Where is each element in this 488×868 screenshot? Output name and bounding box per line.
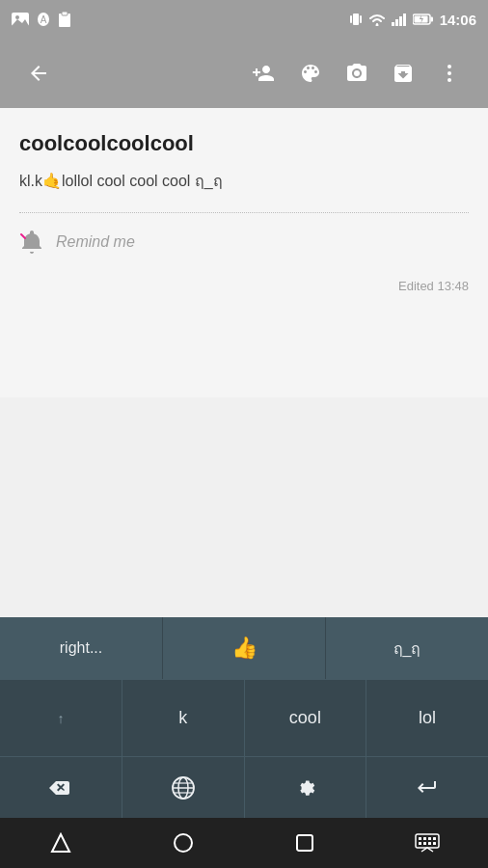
signal-icon bbox=[392, 13, 407, 26]
toolbar bbox=[0, 39, 488, 108]
svg-rect-40 bbox=[433, 842, 436, 845]
remind-row[interactable]: Remind me bbox=[19, 229, 469, 256]
divider bbox=[19, 212, 469, 213]
note-title: coolcoolcoolcool bbox=[19, 131, 469, 156]
time-display: 14:06 bbox=[440, 12, 476, 28]
clipboard-icon bbox=[58, 12, 71, 27]
status-icons-right: 14:06 bbox=[349, 12, 476, 28]
svg-point-21 bbox=[447, 71, 451, 75]
svg-rect-35 bbox=[428, 837, 431, 840]
svg-text:A: A bbox=[41, 14, 47, 25]
battery-icon bbox=[413, 14, 434, 25]
svg-rect-31 bbox=[297, 835, 312, 851]
bell-icon bbox=[19, 229, 44, 256]
svg-rect-12 bbox=[395, 19, 398, 26]
svg-point-1 bbox=[15, 15, 19, 19]
svg-rect-36 bbox=[433, 837, 436, 840]
action-row bbox=[0, 756, 488, 818]
key-shift[interactable]: ↑ bbox=[0, 679, 122, 756]
delete-key[interactable] bbox=[0, 756, 122, 818]
svg-rect-7 bbox=[353, 14, 359, 25]
remind-icon bbox=[19, 229, 44, 256]
back-button[interactable] bbox=[15, 50, 62, 96]
svg-rect-16 bbox=[430, 17, 433, 22]
svg-rect-39 bbox=[428, 842, 431, 845]
more-button[interactable] bbox=[426, 50, 473, 96]
keys-row: ↑ k cool lol bbox=[0, 679, 488, 756]
nav-keyboard-button[interactable] bbox=[398, 818, 456, 868]
remind-placeholder: Remind me bbox=[56, 233, 135, 251]
nav-keyboard-icon bbox=[415, 833, 440, 853]
gear-icon bbox=[292, 775, 317, 800]
svg-rect-32 bbox=[416, 834, 439, 848]
key-lol[interactable]: lol bbox=[366, 679, 488, 756]
status-bar: A bbox=[0, 0, 488, 39]
svg-line-23 bbox=[21, 234, 25, 238]
svg-rect-11 bbox=[392, 22, 394, 26]
backspace-icon bbox=[47, 777, 74, 799]
svg-rect-33 bbox=[419, 837, 421, 840]
image-icon bbox=[12, 13, 29, 26]
svg-rect-6 bbox=[62, 12, 68, 15]
nav-recents-icon bbox=[295, 833, 314, 853]
enter-key[interactable] bbox=[366, 756, 488, 818]
svg-rect-14 bbox=[403, 14, 406, 26]
globe-key[interactable] bbox=[122, 756, 245, 818]
add-person-button[interactable] bbox=[241, 50, 287, 96]
wifi-icon bbox=[368, 13, 386, 26]
key-cool[interactable]: cool bbox=[245, 679, 367, 756]
status-icons-left: A bbox=[12, 12, 71, 27]
edited-text: Edited 13:48 bbox=[19, 271, 469, 301]
svg-rect-38 bbox=[423, 842, 426, 845]
key-k[interactable]: k bbox=[122, 679, 245, 756]
svg-rect-37 bbox=[419, 842, 421, 845]
nav-home-button[interactable] bbox=[154, 818, 212, 868]
svg-rect-9 bbox=[360, 15, 362, 23]
camera-button[interactable] bbox=[334, 50, 380, 96]
thumbs-up-emoji: 👍 bbox=[231, 636, 258, 661]
suggestion-emoji[interactable]: 👍 bbox=[163, 617, 326, 679]
suggestion-right[interactable]: right... bbox=[0, 617, 163, 679]
android-icon: A bbox=[37, 12, 50, 27]
svg-rect-8 bbox=[350, 15, 352, 23]
keyboard-area: right... 👍 ฤ_ฤ ↑ k cool lol bbox=[0, 617, 488, 818]
svg-rect-13 bbox=[399, 16, 402, 26]
settings-key[interactable] bbox=[245, 756, 367, 818]
archive-button[interactable] bbox=[380, 50, 426, 96]
svg-marker-29 bbox=[52, 834, 69, 852]
nav-recents-button[interactable] bbox=[276, 818, 334, 868]
nav-back-button[interactable] bbox=[32, 818, 90, 868]
svg-point-10 bbox=[375, 24, 378, 27]
suggestions-row: right... 👍 ฤ_ฤ bbox=[0, 617, 488, 679]
vibrate-icon bbox=[349, 12, 363, 27]
svg-point-19 bbox=[354, 70, 360, 76]
nav-back-icon bbox=[50, 832, 71, 854]
svg-point-20 bbox=[447, 65, 451, 68]
svg-rect-34 bbox=[423, 837, 426, 840]
enter-icon bbox=[415, 777, 440, 799]
palette-button[interactable] bbox=[287, 50, 334, 96]
suggestion-emoticon[interactable]: ฤ_ฤ bbox=[326, 617, 488, 679]
nav-home-icon bbox=[173, 832, 194, 854]
note-body: kl.k🤙lollol cool cool cool ฤ_ฤ bbox=[19, 170, 469, 193]
svg-point-30 bbox=[175, 834, 192, 852]
globe-icon bbox=[171, 775, 196, 800]
main-content: coolcoolcoolcool kl.k🤙lollol cool cool c… bbox=[0, 108, 488, 397]
nav-bar bbox=[0, 818, 488, 868]
svg-point-22 bbox=[447, 78, 451, 82]
